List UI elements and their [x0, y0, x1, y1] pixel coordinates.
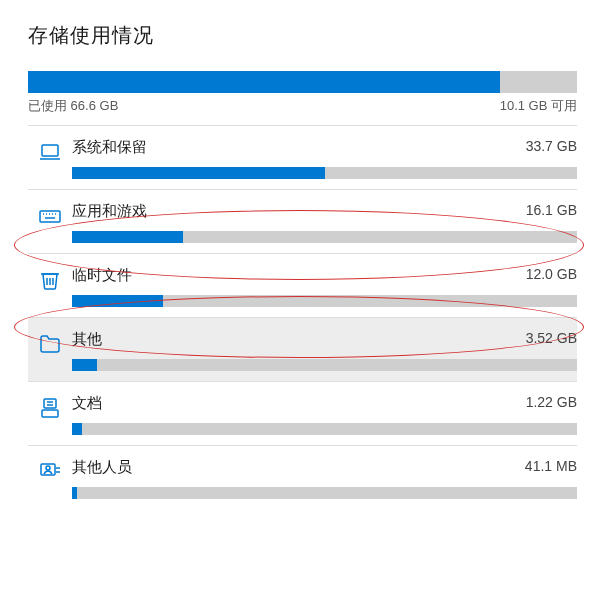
category-bar-fill — [72, 231, 183, 243]
svg-rect-2 — [40, 211, 60, 222]
category-content: 临时文件12.0 GB — [72, 266, 577, 307]
category-content: 其他3.52 GB — [72, 330, 577, 371]
page-title: 存储使用情况 — [28, 22, 577, 49]
category-size: 33.7 GB — [526, 138, 577, 157]
total-usage-bar — [28, 71, 577, 93]
category-content: 系统和保留33.7 GB — [72, 138, 577, 179]
people-icon — [28, 458, 72, 484]
free-label: 10.1 GB 可用 — [500, 97, 577, 115]
category-bar-fill — [72, 487, 77, 499]
category-size: 1.22 GB — [526, 394, 577, 413]
category-content: 应用和游戏16.1 GB — [72, 202, 577, 243]
category-content: 其他人员41.1 MB — [72, 458, 577, 499]
category-bar-fill — [72, 423, 82, 435]
category-bar — [72, 359, 577, 371]
category-size: 41.1 MB — [525, 458, 577, 477]
category-row[interactable]: 应用和游戏16.1 GB — [28, 189, 577, 253]
category-bar — [72, 231, 577, 243]
category-bar — [72, 167, 577, 179]
category-size: 16.1 GB — [526, 202, 577, 221]
category-row[interactable]: 其他人员41.1 MB — [28, 445, 577, 509]
category-name: 应用和游戏 — [72, 202, 147, 221]
total-usage-labels: 已使用 66.6 GB 10.1 GB 可用 — [28, 97, 577, 115]
category-row[interactable]: 文档1.22 GB — [28, 381, 577, 445]
category-bar — [72, 487, 577, 499]
laptop-icon — [28, 138, 72, 164]
documents-icon — [28, 394, 72, 420]
category-row[interactable]: 系统和保留33.7 GB — [28, 125, 577, 189]
category-row[interactable]: 其他3.52 GB — [28, 317, 577, 381]
used-label: 已使用 66.6 GB — [28, 97, 118, 115]
category-bar — [72, 423, 577, 435]
category-bar-fill — [72, 295, 163, 307]
category-name: 其他人员 — [72, 458, 132, 477]
category-bar-fill — [72, 167, 325, 179]
category-bar-fill — [72, 359, 97, 371]
category-name: 临时文件 — [72, 266, 132, 285]
svg-point-18 — [46, 466, 50, 470]
category-name: 文档 — [72, 394, 102, 413]
svg-rect-0 — [42, 145, 58, 156]
keyboard-icon — [28, 202, 72, 228]
category-size: 3.52 GB — [526, 330, 577, 349]
svg-rect-14 — [44, 399, 56, 408]
category-size: 12.0 GB — [526, 266, 577, 285]
category-name: 系统和保留 — [72, 138, 147, 157]
trash-icon — [28, 266, 72, 292]
folder-icon — [28, 330, 72, 356]
total-usage-fill — [28, 71, 500, 93]
category-row[interactable]: 临时文件12.0 GB — [28, 253, 577, 317]
category-content: 文档1.22 GB — [72, 394, 577, 435]
svg-rect-13 — [42, 410, 58, 417]
category-bar — [72, 295, 577, 307]
category-name: 其他 — [72, 330, 102, 349]
